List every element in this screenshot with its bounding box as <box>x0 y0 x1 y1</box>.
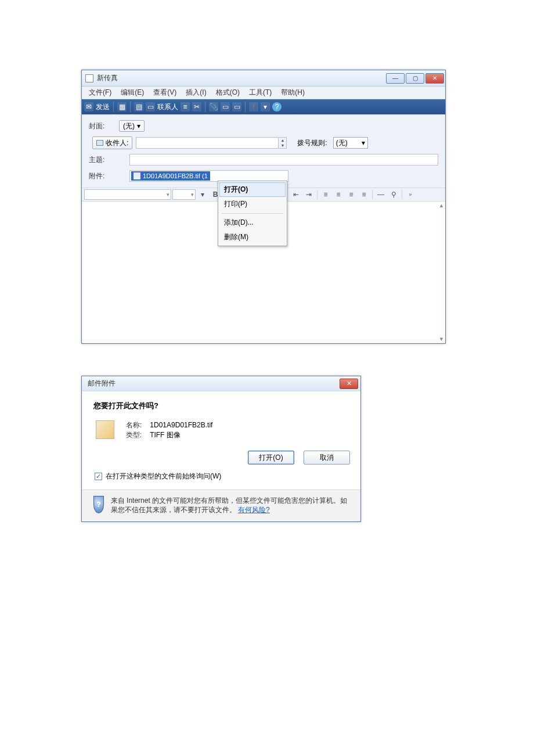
menu-help[interactable]: 帮助(H) <box>276 88 309 98</box>
risk-link[interactable]: 有何风险? <box>238 506 270 514</box>
attachment-filename: 1D01A9D01FB2B.tif (1 <box>143 172 208 179</box>
cut-icon[interactable]: ✂ <box>192 102 201 111</box>
menu-insert[interactable]: 插入(I) <box>181 88 211 98</box>
recipient-input[interactable] <box>136 137 279 149</box>
menu-file[interactable]: 文件(F) <box>84 88 116 98</box>
spin-down-icon[interactable]: ▼ <box>279 143 286 148</box>
cover-select[interactable]: (无) ▾ <box>119 120 145 132</box>
menu-edit[interactable]: 编辑(E) <box>116 88 149 98</box>
attachment-field[interactable]: 1D01A9D01FB2B.tif (1 <box>129 170 288 182</box>
chevron-down-icon: ▾ <box>362 139 365 147</box>
tool-icon-5[interactable]: ▭ <box>232 102 241 111</box>
tool-icon-4[interactable]: ▭ <box>221 102 230 111</box>
ctx-add[interactable]: 添加(D)... <box>219 215 286 230</box>
toolbar-btn[interactable]: ▾ <box>197 189 208 200</box>
tool-icon-2[interactable]: ▤ <box>134 102 143 111</box>
justify-button[interactable]: ≡ <box>358 189 370 200</box>
security-warning: 来自 Internet 的文件可能对您有所帮助，但某些文件可能危害您的计算机。如… <box>111 496 350 514</box>
open-file-dialog: 邮件附件 ✕ 您要打开此文件吗? 名称: 1D01A9D01FB2B.tif 类… <box>81 376 361 522</box>
titlebar[interactable]: 新传真 — ▢ ✕ <box>82 70 445 87</box>
always-ask-label: 在打开这种类型的文件前始终询问(W) <box>106 471 221 481</box>
contacts-button[interactable]: 联系人 <box>157 102 178 112</box>
tool-icon-1[interactable]: ▦ <box>117 102 127 111</box>
priority-icon[interactable]: ! <box>249 102 258 111</box>
warn-text: 来自 Internet 的文件可能对您有所帮助，但某些文件可能危害您的计算机。如… <box>111 496 347 514</box>
dropdown-icon[interactable]: ▾ <box>261 102 270 111</box>
dialog-title: 邮件附件 <box>88 379 340 388</box>
dialog-close-button[interactable]: ✕ <box>340 379 358 389</box>
hr-button[interactable]: — <box>375 189 387 200</box>
file-metadata: 名称: 1D01A9D01FB2B.tif 类型: TIFF 图像 <box>126 420 212 440</box>
send-icon: ✉ <box>84 102 93 111</box>
main-toolbar: ✉ 发送 ▦ ▤ ▭ 联系人 ≡ ✂ 📎 ▭ ▭ ! ▾ ? <box>82 99 445 114</box>
align-right-button[interactable]: ≡ <box>345 189 357 200</box>
menu-view[interactable]: 查看(V) <box>149 88 181 98</box>
send-button[interactable]: 发送 <box>96 102 110 112</box>
dialing-rules-select[interactable]: (无) ▾ <box>333 137 368 149</box>
file-name: 1D01A9D01FB2B.tif <box>150 421 212 429</box>
shield-icon: ? <box>93 496 104 513</box>
subject-label: 主题: <box>89 155 119 165</box>
ctx-print[interactable]: 打印(P) <box>219 197 286 211</box>
overflow-button[interactable]: » <box>405 189 416 200</box>
always-ask-checkbox[interactable]: ✓ <box>95 473 102 480</box>
name-label: 名称: <box>126 420 148 430</box>
dialog-titlebar[interactable]: 邮件附件 ✕ <box>82 376 360 391</box>
dialog-question: 您要打开此文件吗? <box>93 401 350 411</box>
attach-icon[interactable]: 📎 <box>209 102 218 111</box>
recipient-button[interactable]: 收件人: <box>92 136 132 149</box>
open-button[interactable]: 打开(O) <box>248 451 294 465</box>
menu-format[interactable]: 格式(O) <box>211 88 244 98</box>
spin-up-icon[interactable]: ▲ <box>279 138 286 143</box>
recipient-label: 收件人: <box>106 138 128 148</box>
app-icon <box>85 74 93 82</box>
compose-form: 封面: (无) ▾ 收件人: ▲ ▼ 拨号规则: (无) ▾ <box>82 114 445 188</box>
chevron-down-icon: ▾ <box>137 122 140 130</box>
align-left-button[interactable]: ≡ <box>320 189 331 200</box>
scroll-down-icon[interactable]: ▼ <box>439 336 444 342</box>
menubar: 文件(F) 编辑(E) 查看(V) 插入(I) 格式(O) 工具(T) 帮助(H… <box>82 87 445 99</box>
size-select[interactable]: ▾ <box>172 189 196 200</box>
file-type-icon <box>96 420 114 439</box>
ctx-delete[interactable]: 删除(M) <box>219 230 286 244</box>
recipient-icon <box>96 140 103 146</box>
cancel-button[interactable]: 取消 <box>304 451 350 465</box>
scroll-up-icon[interactable]: ▲ <box>439 203 444 208</box>
font-select[interactable]: ▾ <box>84 189 171 200</box>
link-button[interactable]: ⚲ <box>388 189 399 200</box>
chevron-down-icon: ▾ <box>191 192 194 197</box>
tool-icon-3[interactable]: ≡ <box>181 102 190 111</box>
minimize-button[interactable]: — <box>386 73 405 84</box>
maximize-button[interactable]: ▢ <box>406 73 424 84</box>
outdent-button[interactable]: ⇤ <box>290 189 302 200</box>
fax-compose-window: 新传真 — ▢ ✕ 文件(F) 编辑(E) 查看(V) 插入(I) 格式(O) … <box>81 70 446 344</box>
menu-tools[interactable]: 工具(T) <box>244 88 276 98</box>
attach-label: 附件: <box>89 171 119 181</box>
cover-value: (无) <box>123 121 135 131</box>
subject-input[interactable] <box>129 154 438 165</box>
align-center-button[interactable]: ≡ <box>333 189 344 200</box>
type-label: 类型: <box>126 430 148 440</box>
file-type: TIFF 图像 <box>150 431 181 439</box>
close-button[interactable]: ✕ <box>425 73 444 84</box>
file-icon <box>134 172 140 179</box>
indent-button[interactable]: ⇥ <box>303 189 315 200</box>
help-icon[interactable]: ? <box>272 102 282 111</box>
ctx-separator <box>222 213 283 214</box>
cover-label: 封面: <box>89 121 119 131</box>
window-title: 新传真 <box>97 73 385 83</box>
attachment-item[interactable]: 1D01A9D01FB2B.tif (1 <box>131 171 210 181</box>
dialing-rules-label: 拨号规则: <box>297 138 327 148</box>
contacts-icon: ▭ <box>146 102 155 111</box>
rule-value: (无) <box>336 138 348 148</box>
ctx-open[interactable]: 打开(O) <box>219 182 286 197</box>
attachment-context-menu: 打开(O) 打印(P) 添加(D)... 删除(M) <box>218 181 287 246</box>
chevron-down-icon: ▾ <box>167 192 169 197</box>
recipient-spinner[interactable]: ▲ ▼ <box>279 137 287 149</box>
